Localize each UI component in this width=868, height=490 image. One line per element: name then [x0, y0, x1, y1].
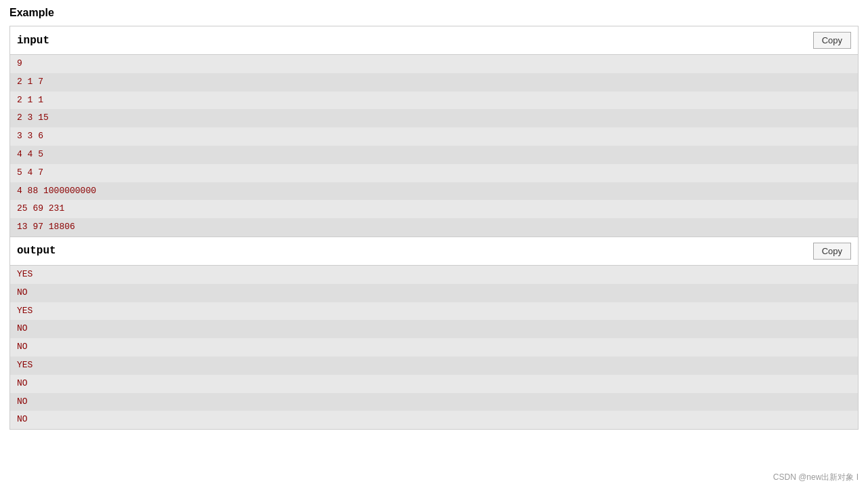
output-section: output Copy YESNOYESNONOYESNONONO: [9, 237, 859, 430]
watermark: CSDN @new出新对象 I: [773, 472, 859, 483]
input-line: 4 4 5: [10, 146, 858, 164]
input-line: 3 3 6: [10, 127, 858, 146]
input-line: 4 88 1000000000: [10, 182, 858, 201]
input-line: 2 1 1: [10, 91, 858, 110]
output-section-header: output Copy: [10, 237, 858, 266]
input-line: 5 4 7: [10, 164, 858, 182]
input-copy-button[interactable]: Copy: [813, 32, 851, 49]
output-section-label: output: [17, 245, 56, 257]
output-line: NO: [10, 320, 858, 338]
input-section-label: input: [17, 35, 49, 47]
input-line: 25 69 231: [10, 200, 858, 218]
output-line: YES: [10, 266, 858, 284]
input-section-header: input Copy: [10, 26, 858, 55]
output-line: NO: [10, 411, 858, 429]
output-line: NO: [10, 375, 858, 393]
input-section-content: 92 1 72 1 12 3 153 3 64 4 55 4 74 88 100…: [10, 55, 858, 237]
input-section: input Copy 92 1 72 1 12 3 153 3 64 4 55 …: [9, 26, 859, 237]
output-line: NO: [10, 338, 858, 356]
input-line: 2 1 7: [10, 73, 858, 91]
page-title: Example: [9, 7, 859, 19]
output-line: YES: [10, 356, 858, 375]
output-section-content: YESNOYESNONOYESNONONO: [10, 266, 858, 429]
input-line: 2 3 15: [10, 109, 858, 127]
output-copy-button[interactable]: Copy: [813, 243, 851, 260]
output-line: NO: [10, 393, 858, 411]
input-line: 9: [10, 55, 858, 73]
output-line: NO: [10, 284, 858, 302]
output-line: YES: [10, 302, 858, 321]
input-line: 13 97 18806: [10, 218, 858, 237]
